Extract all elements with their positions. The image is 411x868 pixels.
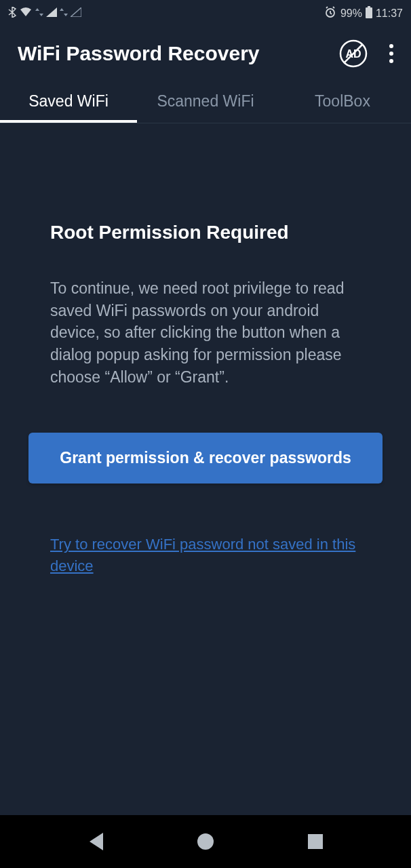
app-title: WiFi Password Recovery — [18, 42, 260, 65]
tab-saved-wifi[interactable]: Saved WiFi — [0, 80, 137, 123]
tab-label: Scanned WiFi — [157, 92, 254, 111]
svg-rect-1 — [366, 7, 372, 18]
more-icon[interactable] — [387, 40, 396, 67]
signal-icon-2 — [71, 7, 81, 20]
no-ad-icon[interactable]: AD — [339, 39, 368, 68]
nav-recent-button[interactable] — [305, 831, 326, 852]
tab-label: ToolBox — [315, 92, 370, 111]
clock-time: 11:37 — [376, 7, 403, 20]
data-arrows-icon — [35, 7, 43, 20]
bluetooth-icon — [8, 7, 16, 20]
svg-text:AD: AD — [345, 48, 361, 60]
svg-point-6 — [197, 833, 214, 850]
grant-permission-button[interactable]: Grant permission & recover passwords — [28, 433, 383, 484]
permission-description: To continue, we need root privilege to r… — [50, 277, 361, 388]
recover-not-saved-link[interactable]: Try to recover WiFi password not saved i… — [50, 534, 361, 576]
wifi-icon — [19, 7, 33, 20]
data-arrows-icon-2 — [60, 7, 68, 20]
tab-toolbox[interactable]: ToolBox — [274, 80, 411, 123]
svg-rect-7 — [308, 834, 323, 849]
navigation-bar — [0, 815, 411, 868]
status-left — [8, 7, 81, 20]
app-actions: AD — [339, 39, 396, 68]
status-right: 99% 11:37 — [324, 6, 403, 21]
battery-percent: 99% — [340, 7, 362, 20]
status-bar: 99% 11:37 — [0, 0, 411, 27]
alarm-icon — [324, 6, 336, 21]
app-bar: WiFi Password Recovery AD — [0, 27, 411, 80]
tabs: Saved WiFi Scanned WiFi ToolBox — [0, 80, 411, 123]
tab-label: Saved WiFi — [28, 92, 109, 111]
nav-back-button[interactable] — [85, 831, 106, 852]
permission-heading: Root Permission Required — [50, 222, 361, 243]
tab-scanned-wifi[interactable]: Scanned WiFi — [137, 80, 274, 123]
svg-rect-2 — [368, 6, 370, 7]
nav-home-button[interactable] — [195, 831, 216, 852]
main-content: Root Permission Required To continue, we… — [0, 123, 411, 576]
signal-icon-1 — [46, 7, 57, 20]
battery-icon — [365, 6, 373, 21]
